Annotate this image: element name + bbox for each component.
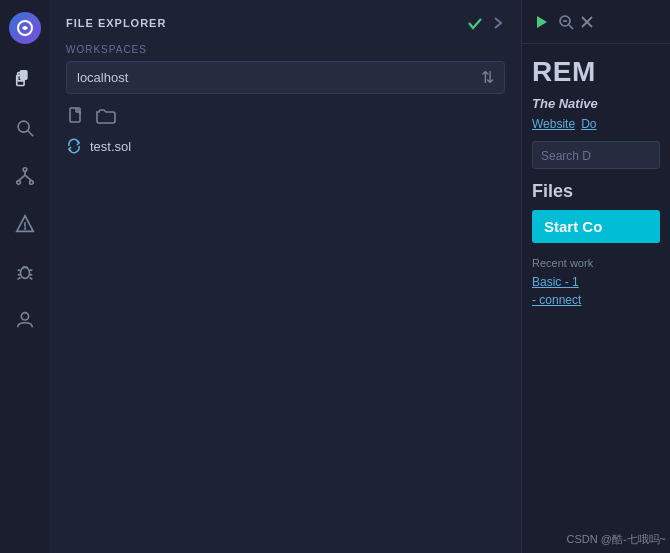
new-folder-button[interactable]	[96, 106, 116, 126]
sidebar	[0, 0, 50, 553]
close-panel-button[interactable]	[580, 15, 594, 29]
check-icon[interactable]	[467, 15, 483, 31]
search-input-container[interactable]: Search D	[532, 141, 660, 169]
files-section-title: Files	[532, 181, 660, 202]
svg-line-17	[18, 278, 21, 280]
workspaces-label: WORKSPACES	[50, 44, 521, 61]
native-subtitle: The Native	[532, 96, 660, 111]
svg-point-4	[18, 121, 29, 132]
new-file-icon	[66, 106, 86, 126]
file-name-test-sol: test.sol	[90, 139, 131, 154]
sidebar-item-search[interactable]	[0, 104, 50, 152]
sidebar-item-files[interactable]	[0, 56, 50, 104]
workspace-name: localhost	[77, 70, 128, 85]
svg-point-8	[30, 181, 34, 185]
logo-icon	[16, 19, 34, 37]
right-panel-content: REM The Native Website Do Search D Files…	[522, 44, 670, 323]
svg-point-7	[17, 181, 21, 185]
play-icon	[534, 14, 550, 30]
sync-icon	[66, 138, 82, 154]
play-button[interactable]	[532, 12, 552, 32]
bug-icon	[14, 261, 36, 283]
forward-icon[interactable]	[491, 16, 505, 30]
new-file-button[interactable]	[66, 106, 86, 126]
recent-workspaces-label: Recent work	[532, 257, 660, 269]
git-icon	[14, 165, 36, 187]
deploy-icon	[14, 213, 36, 235]
recent-link-connect[interactable]: - connect	[532, 293, 660, 307]
svg-point-11	[25, 228, 26, 229]
links-row: Website Do	[532, 117, 660, 131]
close-icon	[580, 15, 594, 29]
search-sidebar-icon	[14, 117, 36, 139]
file-actions	[50, 106, 521, 134]
recent-link-basic[interactable]: Basic - 1	[532, 275, 660, 289]
svg-marker-23	[537, 16, 547, 28]
file-explorer-header: FILE EXPLORER	[50, 0, 521, 44]
svg-point-19	[21, 313, 28, 320]
search-placeholder: Search D	[541, 149, 591, 163]
files-icon	[14, 69, 36, 91]
rem-title: REM	[532, 56, 660, 88]
docs-link[interactable]: Do	[581, 117, 596, 131]
right-panel: REM The Native Website Do Search D Files…	[522, 0, 670, 553]
sidebar-item-debug[interactable]	[0, 248, 50, 296]
svg-point-6	[23, 168, 27, 172]
new-folder-icon	[96, 106, 116, 126]
app-logo	[9, 12, 41, 44]
workspace-dropdown[interactable]: localhost ⇅	[66, 61, 505, 94]
workspace-arrows-icon: ⇅	[481, 68, 494, 87]
logo-item[interactable]	[0, 4, 50, 52]
svg-point-12	[20, 267, 29, 278]
file-explorer-title: FILE EXPLORER	[66, 17, 166, 29]
zoom-out-button[interactable]	[558, 14, 574, 30]
file-sync-icon	[66, 138, 82, 154]
zoom-out-icon	[558, 14, 574, 30]
right-panel-toolbar	[522, 0, 670, 44]
sidebar-item-deploy[interactable]	[0, 200, 50, 248]
svg-line-26	[569, 25, 573, 29]
account-icon	[14, 309, 36, 331]
svg-line-18	[30, 278, 33, 280]
sidebar-item-account[interactable]	[0, 296, 50, 344]
start-co-button[interactable]: Start Co	[532, 210, 660, 243]
sidebar-item-git[interactable]	[0, 152, 50, 200]
file-item-test-sol[interactable]: test.sol	[50, 134, 521, 158]
svg-line-5	[28, 131, 34, 137]
header-icons	[467, 15, 505, 31]
website-link[interactable]: Website	[532, 117, 575, 131]
file-explorer-panel: FILE EXPLORER WORKSPACES localhost ⇅	[50, 0, 522, 553]
